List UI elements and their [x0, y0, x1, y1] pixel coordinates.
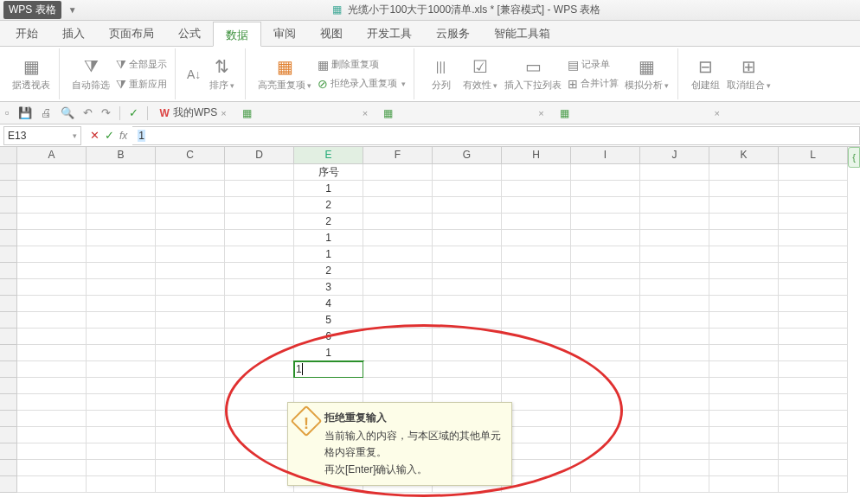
row-header[interactable] — [0, 263, 17, 279]
cell[interactable] — [363, 345, 433, 361]
cell[interactable] — [571, 443, 640, 460]
cell[interactable] — [779, 164, 848, 181]
cell[interactable] — [571, 214, 640, 230]
cell[interactable] — [709, 246, 779, 263]
cell[interactable] — [709, 197, 779, 214]
cell[interactable] — [17, 246, 87, 263]
cell[interactable] — [87, 427, 156, 443]
cell[interactable] — [156, 345, 225, 361]
showall-button[interactable]: ⧩全部显示 — [113, 55, 170, 73]
save-icon[interactable]: 💾 — [16, 106, 34, 119]
cell[interactable] — [225, 329, 294, 345]
cell[interactable] — [709, 411, 779, 427]
cell[interactable]: 1 — [294, 361, 363, 378]
cancel-edit-icon[interactable]: ✕ — [90, 129, 99, 142]
cell[interactable] — [709, 361, 779, 378]
cell[interactable] — [640, 230, 709, 246]
cell[interactable] — [779, 181, 848, 197]
cell[interactable] — [640, 263, 709, 279]
cell[interactable] — [225, 361, 294, 378]
tab-data[interactable]: 数据 — [213, 22, 261, 47]
cell[interactable] — [571, 230, 640, 246]
cell[interactable] — [571, 378, 640, 394]
cell[interactable] — [640, 427, 709, 443]
cell[interactable] — [87, 443, 156, 460]
col-header[interactable]: K — [709, 147, 779, 163]
cell[interactable] — [433, 296, 502, 312]
tab-cloud[interactable]: 云服务 — [424, 21, 482, 46]
cell[interactable] — [363, 197, 433, 214]
cell[interactable] — [502, 214, 571, 230]
row-header[interactable] — [0, 329, 17, 345]
pivot-table-button[interactable]: ▦ 据透视表 — [9, 54, 54, 93]
row-header[interactable] — [0, 197, 17, 214]
cell[interactable] — [156, 296, 225, 312]
cell[interactable] — [502, 230, 571, 246]
cell[interactable] — [225, 279, 294, 296]
cell[interactable]: 1 — [294, 246, 363, 263]
cell[interactable]: 3 — [294, 279, 363, 296]
cell[interactable] — [433, 312, 502, 329]
fx-icon[interactable]: fx — [119, 130, 127, 142]
cell[interactable] — [156, 411, 225, 427]
cell[interactable] — [294, 378, 363, 394]
cell[interactable] — [87, 378, 156, 394]
spreadsheet-grid[interactable]: A B C D E F G H I J K L 序号122112345611 !… — [0, 147, 860, 504]
mywps-tab[interactable]: W 我的WPS × — [155, 104, 232, 122]
cell[interactable] — [640, 443, 709, 460]
close-icon[interactable]: × — [363, 108, 368, 118]
row-header[interactable] — [0, 443, 17, 460]
app-menu-caret[interactable]: ▼ — [68, 5, 77, 15]
cell[interactable] — [502, 378, 571, 394]
cell[interactable] — [17, 279, 87, 296]
cell[interactable] — [779, 460, 848, 476]
cell[interactable] — [640, 394, 709, 411]
close-icon[interactable]: × — [715, 108, 720, 118]
cell[interactable] — [87, 164, 156, 181]
cell[interactable] — [571, 246, 640, 263]
cell[interactable] — [502, 181, 571, 197]
cell[interactable] — [225, 312, 294, 329]
row-header[interactable] — [0, 279, 17, 296]
cell[interactable] — [17, 378, 87, 394]
cell[interactable] — [709, 181, 779, 197]
cell[interactable] — [363, 329, 433, 345]
redo-icon[interactable]: ↷ — [99, 106, 112, 119]
cell[interactable] — [640, 312, 709, 329]
name-box[interactable]: E13 ▾ — [3, 126, 81, 145]
cell[interactable] — [87, 361, 156, 378]
recordset-button[interactable]: ▤记录单 — [565, 56, 621, 73]
cell[interactable] — [779, 246, 848, 263]
cell[interactable] — [571, 164, 640, 181]
cell[interactable] — [709, 230, 779, 246]
cell[interactable] — [156, 443, 225, 460]
cell[interactable] — [640, 296, 709, 312]
cell[interactable] — [433, 329, 502, 345]
row-header[interactable] — [0, 411, 17, 427]
cell[interactable] — [17, 460, 87, 476]
cell[interactable] — [156, 394, 225, 411]
cell[interactable]: 2 — [294, 263, 363, 279]
new-icon[interactable]: ▫ — [3, 106, 11, 119]
accept-icon[interactable]: ✓ — [127, 106, 140, 119]
cell[interactable] — [502, 443, 571, 460]
cell[interactable] — [17, 214, 87, 230]
cell[interactable] — [363, 164, 433, 181]
cell[interactable] — [156, 427, 225, 443]
cell[interactable] — [571, 181, 640, 197]
cell[interactable] — [87, 345, 156, 361]
row-header[interactable] — [0, 214, 17, 230]
cell[interactable] — [709, 378, 779, 394]
chevron-down-icon[interactable]: ▾ — [73, 131, 77, 140]
cell[interactable] — [709, 476, 779, 493]
cell[interactable] — [779, 476, 848, 493]
cell[interactable] — [156, 246, 225, 263]
cell[interactable] — [225, 181, 294, 197]
cell[interactable] — [433, 230, 502, 246]
cell[interactable] — [87, 214, 156, 230]
cell[interactable]: 5 — [294, 312, 363, 329]
close-icon[interactable]: × — [538, 108, 543, 118]
tab-start[interactable]: 开始 — [3, 21, 50, 46]
cell[interactable] — [571, 411, 640, 427]
cell[interactable] — [709, 164, 779, 181]
